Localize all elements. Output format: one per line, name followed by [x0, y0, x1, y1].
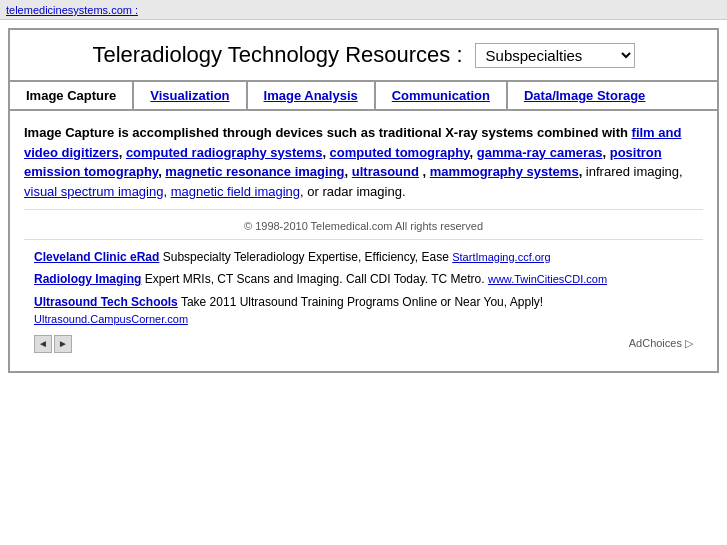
content-area: Image Capture is accomplished through de…	[10, 111, 717, 371]
ads-nav: ◄ ► AdChoices ▷	[34, 335, 693, 353]
ad-url-1[interactable]: StartImaging.ccf.org	[452, 251, 550, 263]
tab-image-capture[interactable]: Image Capture	[10, 82, 134, 109]
tabs-row: Image Capture Visualization Image Analys…	[10, 80, 717, 111]
page-title: Teleradiology Technology Resources :	[92, 42, 462, 68]
link-mammography[interactable]: mammography systems	[430, 164, 579, 179]
ad-title-1[interactable]: Cleveland Clinic eRad	[34, 250, 159, 264]
ad-url-2[interactable]: www.TwinCitiesCDI.com	[488, 273, 607, 285]
header-row: Teleradiology Technology Resources : Sub…	[10, 30, 717, 80]
copyright-text: © 1998-2010 Telemedical.com All rights r…	[24, 209, 703, 239]
ad-row-3: Ultrasound Tech Schools Take 2011 Ultras…	[34, 291, 693, 331]
ad-desc-1: Subspecialty Teleradiology Expertise, Ef…	[163, 250, 449, 264]
ad-title-3[interactable]: Ultrasound Tech Schools	[34, 295, 178, 309]
ad-desc-3: Take 2011 Ultrasound Training Programs O…	[181, 295, 543, 309]
link-gamma-ray[interactable]: gamma-ray cameras	[477, 145, 603, 160]
tab-visualization[interactable]: Visualization	[134, 82, 247, 109]
ad-title-2[interactable]: Radiology Imaging	[34, 272, 141, 286]
adchoices-label: AdChoices ▷	[629, 335, 693, 352]
ads-section: Cleveland Clinic eRad Subspecialty Teler…	[24, 239, 703, 359]
top-bar: telemedicinesystems.com :	[0, 0, 727, 20]
tab-communication[interactable]: Communication	[376, 82, 508, 109]
prev-arrow[interactable]: ◄	[34, 335, 52, 353]
ad-desc-2: Expert MRIs, CT Scans and Imaging. Call …	[145, 272, 485, 286]
link-computed-rad[interactable]: computed radiography systems	[126, 145, 323, 160]
ad-row-2: Radiology Imaging Expert MRIs, CT Scans …	[34, 268, 693, 291]
link-ultrasound[interactable]: ultrasound	[352, 164, 419, 179]
topbar-link[interactable]: telemedicinesystems.com :	[6, 4, 138, 16]
link-magnetic-field[interactable]: magnetic field imaging	[171, 184, 300, 199]
link-mri[interactable]: magnetic resonance imaging	[165, 164, 344, 179]
next-arrow[interactable]: ►	[54, 335, 72, 353]
content-intro: Image Capture is accomplished through de…	[24, 125, 681, 179]
ads-nav-left: ◄ ►	[34, 335, 72, 353]
main-container: Teleradiology Technology Resources : Sub…	[8, 28, 719, 373]
content-paragraph: Image Capture is accomplished through de…	[24, 123, 703, 201]
tab-image-analysis[interactable]: Image Analysis	[248, 82, 376, 109]
link-visual-spectrum[interactable]: visual spectrum imaging	[24, 184, 163, 199]
ad-url-3[interactable]: Ultrasound.CampusCorner.com	[34, 313, 188, 325]
tab-data-image-storage[interactable]: Data/Image Storage	[508, 82, 661, 109]
link-computed-tomo[interactable]: computed tomography	[330, 145, 470, 160]
subspecialties-select[interactable]: Subspecialties Option 1 Option 2	[475, 43, 635, 68]
ad-row-1: Cleveland Clinic eRad Subspecialty Teler…	[34, 246, 693, 269]
